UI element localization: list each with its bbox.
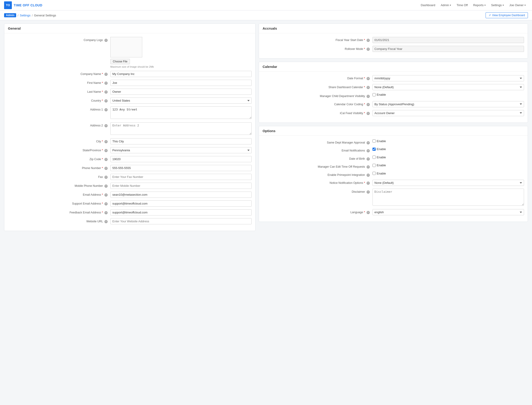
zip-input[interactable] <box>110 156 252 162</box>
state-help-icon[interactable]: ? <box>105 149 108 152</box>
language-wrap: english french spanish <box>373 209 524 215</box>
mobile-input[interactable] <box>110 183 252 189</box>
manager-dept-help-icon[interactable]: ? <box>367 95 370 98</box>
manager-dept-enable-label: Enable <box>377 93 386 96</box>
phone-help-icon[interactable]: ? <box>105 167 108 170</box>
ical-feed-select[interactable]: Account Owner All Employees None <box>373 110 524 116</box>
same-dept-checkbox[interactable] <box>373 139 376 142</box>
nav-reports[interactable]: Reports <box>471 2 488 8</box>
primepoint-checkbox-label[interactable]: Enable <box>373 172 524 175</box>
breadcrumb-settings[interactable]: Settings <box>20 14 31 17</box>
share-dashboard-help-icon[interactable]: ? <box>367 86 370 89</box>
same-dept-checkbox-label[interactable]: Enable <box>373 139 524 143</box>
breadcrumb-current: General Settings <box>34 14 56 17</box>
notice-notif-select[interactable]: None (Default) Daily Weekly <box>373 180 524 186</box>
city-wrap <box>110 138 252 144</box>
company-name-input[interactable] <box>110 71 252 77</box>
primepoint-checkbox[interactable] <box>373 172 376 175</box>
nav-dashboard[interactable]: Dashboard <box>419 2 438 8</box>
manager-dept-wrap: Enable <box>373 93 524 96</box>
view-employee-button[interactable]: ↗ View Employee Dashboard <box>486 12 528 18</box>
file-hint: Maximum size of Image should be 2Mb <box>110 65 252 68</box>
fax-input[interactable] <box>110 174 252 180</box>
dob-checkbox-label[interactable]: Enable <box>373 155 524 159</box>
notice-notif-wrap: None (Default) Daily Weekly <box>373 180 524 186</box>
nav-user[interactable]: Joe Owner <box>507 2 528 8</box>
primepoint-enable-label: Enable <box>377 172 386 175</box>
same-dept-help-icon[interactable]: ? <box>367 141 370 144</box>
mobile-help-icon[interactable]: ? <box>105 184 108 188</box>
address2-help-icon[interactable]: ? <box>105 124 108 127</box>
calendar-color-select[interactable]: By Status (Approved/Pending) By Employee… <box>373 101 524 107</box>
language-help-icon[interactable]: ? <box>367 211 370 214</box>
fiscal-year-help-icon[interactable]: ? <box>367 39 370 42</box>
manager-dept-checkbox[interactable] <box>373 93 376 96</box>
country-help-icon[interactable]: ? <box>105 99 108 102</box>
language-select[interactable]: english french spanish <box>373 209 524 215</box>
email-input[interactable] <box>110 192 252 198</box>
feedback-email-help-icon[interactable]: ? <box>105 211 108 214</box>
feedback-email-row: Feedback Email Address * ? <box>8 209 252 216</box>
manager-edit-help-icon[interactable]: ? <box>367 165 370 169</box>
breadcrumb-bar: Admin / Settings / General Settings ↗ Vi… <box>0 10 532 20</box>
feedback-email-input[interactable] <box>110 209 252 216</box>
email-help-icon[interactable]: ? <box>105 193 108 196</box>
share-dashboard-select[interactable]: None (Default) All Employees Manager <box>373 84 524 90</box>
email-notif-help-icon[interactable]: ? <box>367 149 370 152</box>
company-name-help-icon[interactable]: ? <box>105 73 108 76</box>
date-format-wrap: mm/dd/yyyy dd/mm/yyyy yyyy/mm/dd <box>373 75 524 81</box>
last-name-input[interactable] <box>110 89 252 95</box>
notice-notif-help-icon[interactable]: ? <box>367 182 370 185</box>
support-email-input[interactable] <box>110 200 252 207</box>
website-input[interactable] <box>110 218 252 224</box>
disclaimer-help-icon[interactable]: ? <box>367 190 370 194</box>
address1-wrap: 123 Any Street <box>110 106 252 120</box>
rollover-help-icon[interactable]: ? <box>367 47 370 51</box>
options-card-body: Same Dept Manager Approval ? Enable Emai… <box>259 136 528 222</box>
city-help-icon[interactable]: ? <box>105 140 108 143</box>
email-notif-row: Email Notifications ? Enable <box>263 147 524 153</box>
primepoint-help-icon[interactable]: ? <box>367 174 370 177</box>
support-email-help-icon[interactable]: ? <box>105 202 108 205</box>
city-input[interactable] <box>110 138 252 144</box>
manager-edit-wrap: Enable <box>373 163 524 167</box>
zip-help-icon[interactable]: ? <box>105 158 108 161</box>
dob-checkbox[interactable] <box>373 155 376 159</box>
address1-textarea[interactable]: 123 Any Street <box>110 106 252 119</box>
last-name-help-icon[interactable]: ? <box>105 90 108 94</box>
address1-help-icon[interactable]: ? <box>105 108 108 111</box>
manager-edit-checkbox[interactable] <box>373 164 376 167</box>
email-notif-checkbox[interactable] <box>373 148 376 151</box>
manager-dept-checkbox-label[interactable]: Enable <box>373 93 524 96</box>
date-format-help-icon[interactable]: ? <box>367 77 370 80</box>
breadcrumb-admin[interactable]: Admin <box>4 13 16 17</box>
same-dept-label: Same Dept Manager Approval ? <box>263 139 373 145</box>
nav-settings[interactable]: Settings <box>489 2 506 8</box>
breadcrumb: Admin / Settings / General Settings <box>4 13 56 17</box>
fax-row: Fax ? <box>8 174 252 180</box>
phone-input[interactable] <box>110 165 252 171</box>
address1-label: Address 1 ? <box>8 106 110 112</box>
date-format-select[interactable]: mm/dd/yyyy dd/mm/yyyy yyyy/mm/dd <box>373 75 524 81</box>
disclaimer-textarea[interactable] <box>373 189 524 206</box>
fax-help-icon[interactable]: ? <box>105 176 108 179</box>
first-name-help-icon[interactable]: ? <box>105 81 108 85</box>
email-notif-checkbox-label[interactable]: Enable <box>373 147 524 151</box>
state-select[interactable]: Pennsylvania New York California <box>110 147 252 153</box>
nav-admin[interactable]: Admin <box>439 2 453 8</box>
logo-control-wrap: Choose File Maximum size of Image should… <box>110 37 252 68</box>
calendar-color-help-icon[interactable]: ? <box>367 103 370 106</box>
support-email-label: Support Email Address * ? <box>8 200 110 206</box>
ical-feed-help-icon[interactable]: ? <box>367 112 370 115</box>
brand-link[interactable]: TO TIME OFF CLOUD <box>4 1 42 9</box>
dob-help-icon[interactable]: ? <box>367 157 370 161</box>
first-name-input[interactable] <box>110 80 252 86</box>
address2-textarea[interactable] <box>110 122 252 135</box>
website-help-icon[interactable]: ? <box>105 220 108 223</box>
country-select[interactable]: United States Canada United Kingdom <box>110 97 252 104</box>
choose-file-button[interactable]: Choose File <box>110 59 130 64</box>
nav-timeoff[interactable]: Time Off <box>454 2 470 8</box>
company-name-label: Company Name * ? <box>8 71 110 76</box>
logo-help-icon[interactable]: ? <box>105 39 108 42</box>
manager-edit-checkbox-label[interactable]: Enable <box>373 163 524 167</box>
